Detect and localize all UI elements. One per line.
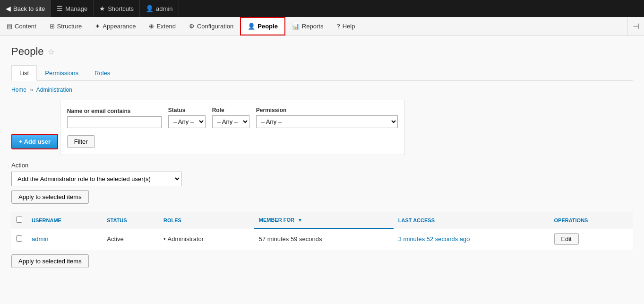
filter-button[interactable]: Filter bbox=[67, 135, 95, 148]
configuration-icon: ⚙ bbox=[189, 23, 195, 30]
people-icon: 👤 bbox=[248, 23, 255, 30]
sort-icon: ▼ bbox=[298, 217, 302, 223]
nav-item-content[interactable]: ▤ Content bbox=[0, 17, 43, 35]
table-header: USERNAME STATUS ROLES MEMBER FOR ▼ LAST … bbox=[11, 212, 633, 228]
table-header-roles[interactable]: ROLES bbox=[159, 212, 254, 228]
user-icon: 👤 bbox=[146, 5, 154, 12]
nav-item-structure[interactable]: ⊞ Structure bbox=[43, 17, 89, 35]
nav-spacer bbox=[361, 17, 627, 35]
status-filter-label: Status bbox=[168, 107, 206, 113]
last-access-link[interactable]: 3 minutes 52 seconds ago bbox=[398, 235, 470, 243]
tab-permissions[interactable]: Permissions bbox=[37, 65, 86, 81]
name-filter-input[interactable] bbox=[67, 116, 162, 128]
structure-icon: ⊞ bbox=[50, 23, 55, 30]
role-bullet: • bbox=[163, 235, 166, 243]
extend-icon: ⊕ bbox=[149, 23, 154, 30]
row-last-access: 3 minutes 52 seconds ago bbox=[394, 228, 550, 250]
content-icon: ▤ bbox=[7, 23, 12, 30]
nav-item-people[interactable]: 👤 People bbox=[240, 17, 285, 35]
star-icon: ★ bbox=[99, 5, 105, 12]
table-row: admin Active •Administrator 57 minutes 5… bbox=[11, 228, 633, 250]
role-filter-label: Role bbox=[212, 107, 249, 113]
username-link[interactable]: admin bbox=[32, 235, 48, 243]
permission-filter-label: Permission bbox=[256, 107, 398, 113]
apply-to-selected-button-top[interactable]: Apply to selected items bbox=[11, 190, 89, 204]
manage-menu[interactable]: ☰ Manage bbox=[51, 0, 94, 17]
row-checkbox[interactable] bbox=[16, 235, 22, 242]
nav-item-help[interactable]: ? Help bbox=[330, 17, 361, 35]
bookmark-icon[interactable]: ☆ bbox=[48, 47, 54, 56]
action-row: Add the Administrator role to the select… bbox=[11, 172, 633, 186]
action-section: Action Add the Administrator role to the… bbox=[11, 162, 633, 208]
help-icon: ? bbox=[336, 23, 340, 30]
row-roles: •Administrator bbox=[159, 228, 254, 250]
manage-icon: ☰ bbox=[57, 5, 63, 12]
name-filter-group: Name or email contains bbox=[67, 108, 162, 128]
table-header-row: USERNAME STATUS ROLES MEMBER FOR ▼ LAST … bbox=[11, 212, 633, 228]
table-header-checkbox bbox=[11, 212, 27, 228]
row-member-for: 57 minutes 59 seconds bbox=[254, 228, 394, 250]
table-header-username[interactable]: USERNAME bbox=[27, 212, 102, 228]
row-status: Active bbox=[102, 228, 159, 250]
page-title-area: People ☆ bbox=[11, 45, 633, 58]
admin-user-menu[interactable]: 👤 admin bbox=[140, 0, 179, 17]
nav-item-extend[interactable]: ⊕ Extend bbox=[142, 17, 182, 35]
breadcrumb-separator: » bbox=[30, 87, 33, 93]
appearance-icon: ✦ bbox=[95, 23, 100, 30]
page-content: People ☆ List Permissions Roles Home » A… bbox=[0, 36, 644, 304]
table-header-operations: OPERATIONS bbox=[550, 212, 633, 228]
add-user-button[interactable]: + Add user bbox=[11, 134, 58, 149]
nav-bar: ▤ Content ⊞ Structure ✦ Appearance ⊕ Ext… bbox=[0, 17, 644, 36]
role-filter-select[interactable]: – Any – bbox=[212, 115, 249, 128]
breadcrumb-administration[interactable]: Administration bbox=[36, 87, 72, 93]
table-header-member-for[interactable]: MEMBER FOR ▼ bbox=[254, 212, 394, 228]
breadcrumb-home[interactable]: Home bbox=[11, 87, 26, 93]
permission-filter-group: Permission – Any – bbox=[256, 107, 398, 128]
admin-bar: ◀ Back to site ☰ Manage ★ Shortcuts 👤 ad… bbox=[0, 0, 644, 17]
nav-item-reports[interactable]: 📊 Reports bbox=[285, 17, 330, 35]
row-username: admin bbox=[27, 228, 102, 250]
home-icon: ◀ bbox=[6, 5, 11, 12]
table-header-last-access[interactable]: LAST ACCESS bbox=[394, 212, 550, 228]
status-filter-select[interactable]: – Any – bbox=[168, 115, 206, 128]
select-all-checkbox[interactable] bbox=[16, 217, 22, 223]
filter-row: Name or email contains Status – Any – Ro… bbox=[67, 107, 398, 128]
nav-item-configuration[interactable]: ⚙ Configuration bbox=[182, 17, 240, 35]
status-filter-group: Status – Any – bbox=[168, 107, 206, 128]
page-title: People bbox=[11, 45, 44, 58]
page-tabs: List Permissions Roles bbox=[11, 65, 633, 81]
apply-to-selected-button-bottom[interactable]: Apply to selected items bbox=[11, 254, 89, 268]
tab-list[interactable]: List bbox=[11, 65, 37, 81]
breadcrumb: Home » Administration bbox=[11, 87, 633, 93]
permission-filter-select[interactable]: – Any – bbox=[256, 115, 398, 128]
shortcuts-menu[interactable]: ★ Shortcuts bbox=[94, 0, 140, 17]
action-select[interactable]: Add the Administrator role to the select… bbox=[11, 172, 181, 186]
row-checkbox-cell bbox=[11, 228, 27, 250]
bottom-apply-section: Apply to selected items bbox=[11, 254, 633, 273]
reports-icon: 📊 bbox=[292, 23, 300, 30]
nav-item-appearance[interactable]: ✦ Appearance bbox=[88, 17, 142, 35]
tab-roles[interactable]: Roles bbox=[86, 65, 118, 81]
role-filter-group: Role – Any – bbox=[212, 107, 249, 128]
table-body: admin Active •Administrator 57 minutes 5… bbox=[11, 228, 633, 250]
filter-section: Name or email contains Status – Any – Ro… bbox=[60, 100, 405, 155]
action-label: Action bbox=[11, 162, 633, 169]
table-header-status[interactable]: STATUS bbox=[102, 212, 159, 228]
user-table: USERNAME STATUS ROLES MEMBER FOR ▼ LAST … bbox=[11, 212, 633, 250]
nav-collapse-button[interactable]: ⊣ bbox=[627, 17, 644, 35]
edit-button[interactable]: Edit bbox=[554, 233, 579, 245]
back-to-site-link[interactable]: ◀ Back to site bbox=[0, 0, 51, 17]
row-operations: Edit bbox=[550, 228, 633, 250]
name-filter-label: Name or email contains bbox=[67, 108, 162, 114]
